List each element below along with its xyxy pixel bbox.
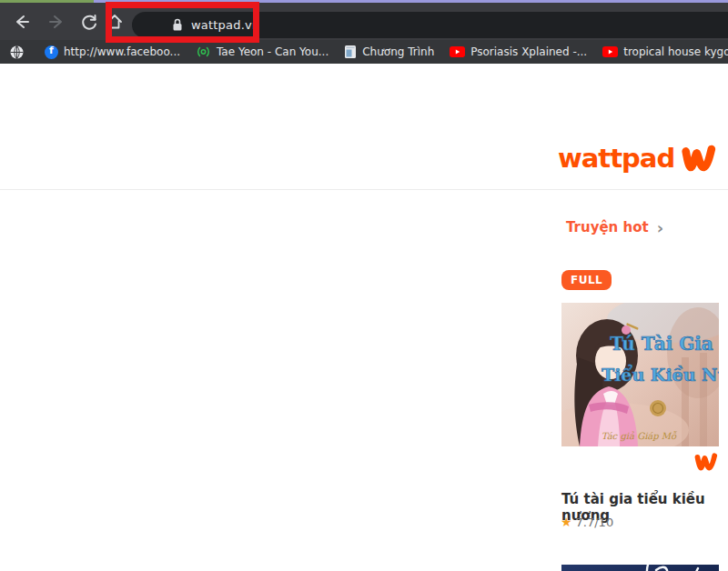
star-icon: ★ — [561, 515, 572, 529]
wattpad-logo-text: wattpad — [558, 143, 674, 174]
story-cover-image[interactable]: Tú Tài Gia Tiểu Kiều Nương Tác giả Giáp … — [561, 303, 719, 446]
cover-art: Tú Tài Gia Tiểu Kiều Nương Tác giả Giáp … — [561, 303, 719, 446]
status-badge-full: FULL — [561, 270, 612, 290]
cover-art-2 — [561, 565, 719, 571]
bookmark-label: Chương Trình — [362, 45, 434, 58]
youtube-icon — [602, 46, 618, 57]
rating-value: 7.7/10 — [576, 516, 614, 529]
section-link-truyen-hot[interactable]: Truyện hot › — [566, 219, 663, 235]
rating-row: ★ 7.7/10 — [561, 515, 613, 529]
wattpad-w-icon-small — [693, 452, 719, 473]
back-arrow-icon — [13, 13, 31, 31]
forward-arrow-icon — [47, 13, 66, 31]
reload-button[interactable] — [78, 11, 100, 33]
reload-icon — [80, 13, 98, 31]
bookmark-label: http://www.faceboo... — [64, 45, 180, 58]
facebook-icon — [45, 45, 58, 59]
youtube-icon — [450, 46, 465, 57]
music-wave-icon — [196, 45, 211, 59]
page-content: wattpad Truyện hot › FULL — [0, 64, 728, 571]
bookmark-item[interactable]: Tae Yeon - Can You... — [196, 45, 329, 59]
globe-icon — [10, 45, 24, 59]
tab-accent-green — [0, 0, 94, 3]
bookmarks-bar: http://www.faceboo... Tae Yeon - Can You… — [0, 40, 728, 64]
wattpad-w-icon — [680, 144, 718, 175]
bookmark-item[interactable]: Chương Trình — [344, 45, 434, 59]
bookmark-item[interactable]: Psoriasis Xplained -... — [450, 45, 587, 58]
document-icon — [344, 45, 357, 59]
cover-title-line1: Tú Tài Gia — [610, 333, 713, 355]
bookmark-label: Tae Yeon - Can You... — [217, 45, 329, 58]
browser-window: { "browser": { "toolbar": { "url": "watt… — [0, 0, 728, 571]
story-cover-image-2[interactable] — [561, 565, 719, 571]
wattpad-logo[interactable]: wattpad — [558, 142, 718, 175]
cover-author-text: Tác giả Giáp Mỗ — [602, 431, 677, 442]
forward-button[interactable] — [46, 11, 67, 33]
cover-title-line2: Tiểu Kiều Nương — [602, 364, 719, 385]
back-button[interactable] — [11, 11, 33, 33]
chevron-right-icon: › — [657, 221, 663, 235]
bookmark-label: Psoriasis Xplained -... — [470, 45, 587, 58]
section-title: Truyện hot — [566, 219, 649, 235]
bookmark-label: tropical house kygo... — [623, 45, 728, 58]
bookmark-item[interactable] — [10, 45, 29, 59]
annotation-highlight-box — [106, 2, 259, 43]
header-divider — [0, 189, 728, 190]
bookmark-item[interactable]: http://www.faceboo... — [45, 45, 180, 59]
bookmark-item[interactable]: tropical house kygo... — [602, 45, 728, 58]
